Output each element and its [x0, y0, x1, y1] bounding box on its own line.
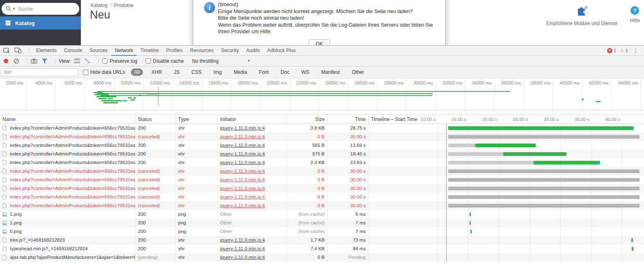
filter-pill-css[interactable]: CSS — [188, 69, 205, 76]
request-row[interactable]: 1.png200pngOther(from cache)7 ms — [0, 219, 644, 227]
initiator-link[interactable]: jquery-1.11.0.min.js:4 — [220, 151, 265, 156]
error-badge[interactable]: ✕ 1 — [607, 48, 616, 53]
filter-pill-manifest[interactable]: Manifest — [318, 69, 343, 76]
record-button[interactable] — [4, 59, 8, 63]
overview-view-icon[interactable] — [85, 59, 91, 63]
request-row[interactable]: index.php?controller=AdminProducts&token… — [0, 193, 644, 201]
column-header-name[interactable]: Name — [0, 115, 135, 123]
request-row[interactable]: ajax-tab.php?ajaxProductManufacturers=1&… — [0, 253, 644, 262]
timeline-tick-label: 15.00 s — [442, 117, 466, 122]
initiator-link[interactable]: jquery-1.11.0.min.js:4 — [220, 177, 265, 182]
cell-type: png — [176, 219, 218, 227]
help-button[interactable]: ? Hilfe — [630, 0, 640, 26]
initiator-link[interactable]: jquery-1.11.0.min.js:4 — [220, 255, 265, 260]
filter-input[interactable] — [1, 69, 78, 76]
hide-data-urls-toggle[interactable]: Hide data URLs — [83, 69, 125, 75]
initiator-link[interactable]: jquery-1.11.0.min.js:4 — [220, 169, 265, 174]
tab-profiles[interactable]: Profiles — [163, 46, 186, 56]
filter-pill-media[interactable]: Media — [230, 69, 250, 76]
cell-timeline — [369, 124, 644, 132]
column-header-time[interactable]: Time — [328, 115, 369, 123]
search-scope-caret-icon[interactable]: ▼ — [12, 7, 16, 11]
error-count: 1 — [614, 48, 616, 53]
breadcrumb-parent[interactable]: Katalog — [91, 2, 108, 8]
tab-adblock-plus[interactable]: Adblock Plus — [264, 46, 299, 56]
preserve-log-checkbox[interactable] — [102, 58, 108, 64]
initiator-link[interactable]: jquery-1.11.0.min.js:4 — [220, 186, 265, 191]
recommended-modules-button[interactable]: Empfohlene Module und Dienste — [546, 0, 618, 26]
initiator-link[interactable]: jquery-1.11.0.min.js:4 — [220, 238, 265, 242]
cell-type: xhr — [176, 124, 218, 132]
image-icon — [2, 219, 8, 227]
tab-security[interactable]: Security — [217, 46, 242, 56]
column-header-timeline[interactable]: Timeline – Start Time10.00 s15.00 s20.00… — [369, 115, 644, 123]
initiator-link[interactable]: jquery-1.11.0.min.js:4 — [220, 246, 265, 251]
warning-badge[interactable]: ⚠ 1 — [620, 48, 628, 53]
view-label: View: — [59, 58, 71, 64]
tab-sources[interactable]: Sources — [86, 46, 111, 56]
filter-pill-all[interactable]: All — [131, 69, 143, 76]
cell-status: 200 — [135, 236, 176, 244]
request-row[interactable]: index.php?controller=AdminProducts&token… — [0, 141, 644, 150]
request-name: index.php?controller=AdminProducts&token… — [10, 186, 135, 191]
inspect-element-icon[interactable] — [3, 48, 10, 54]
more-options-icon[interactable]: ⋮ — [632, 47, 640, 54]
request-row[interactable]: 1.png200pngOther(from cache)6 ms — [0, 210, 644, 219]
cell-size: 565 B — [286, 141, 328, 150]
filter-pill-xhr[interactable]: XHR — [148, 69, 165, 76]
cell-status: 200 — [135, 244, 176, 253]
cell-type: xhr — [176, 132, 218, 141]
clear-icon[interactable] — [14, 58, 19, 64]
request-row[interactable]: index.php?controller=AdminProducts&token… — [0, 124, 644, 132]
sidebar-item-katalog[interactable]: Katalog — [0, 16, 81, 30]
tab-console[interactable]: Console — [60, 46, 86, 56]
tab-elements[interactable]: Elements — [32, 46, 60, 56]
admin-searchbox[interactable]: ▼ — [2, 3, 79, 15]
initiator-link[interactable]: jquery-1.11.0.min.js:4 — [220, 194, 265, 199]
request-row[interactable]: 0.png200pngOther(from cache)7 ms — [0, 227, 644, 236]
search-input[interactable] — [18, 6, 75, 12]
request-row[interactable]: index.php?controller=AdminProducts&token… — [0, 184, 644, 193]
timeline-tick-label: 10.00 s — [411, 117, 435, 122]
screenshot-capture-icon[interactable] — [31, 58, 37, 64]
tab-timeline[interactable]: Timeline — [137, 46, 163, 56]
initiator-link[interactable]: jquery-1.11.0.min.js:4 — [220, 203, 265, 208]
initiator-link[interactable]: jquery-1.11.0.min.js:4 — [220, 143, 265, 148]
tab-resources[interactable]: Resources — [186, 46, 217, 56]
request-row[interactable]: index.php?controller=AdminProducts&token… — [0, 132, 644, 141]
request-row[interactable]: tree.js?_=1459168212823200xhrjquery-1.11… — [0, 236, 644, 244]
device-toolbar-icon[interactable] — [14, 48, 21, 53]
help-icon: ? — [630, 6, 639, 15]
column-header-type[interactable]: Type — [176, 115, 218, 123]
request-row[interactable]: index.php?controller=AdminProducts&token… — [0, 201, 644, 210]
network-overview[interactable]: 2000 ms4000 ms6000 ms8000 ms10000 ms1200… — [0, 78, 644, 110]
filter-pill-js[interactable]: JS — [170, 69, 183, 76]
filter-pill-doc[interactable]: Doc — [277, 69, 293, 76]
disable-cache-checkbox[interactable] — [146, 58, 151, 64]
initiator-link[interactable]: jquery-1.11.0.min.js:4 — [220, 160, 265, 165]
column-header-initiator[interactable]: Initiator — [218, 115, 286, 123]
throttling-select[interactable]: No throttling ▼ — [192, 58, 250, 64]
tab-audits[interactable]: Audits — [243, 46, 264, 56]
cell-name: index.php?controller=AdminProducts&token… — [0, 193, 135, 201]
preserve-log-toggle[interactable]: Preserve log — [102, 58, 137, 64]
filter-pill-img[interactable]: Img — [210, 69, 225, 76]
column-header-status[interactable]: Status — [135, 115, 176, 123]
request-row[interactable]: index.php?controller=AdminProducts&token… — [0, 150, 644, 158]
request-row[interactable]: index.php?controller=AdminProducts&token… — [0, 167, 644, 176]
initiator-link[interactable]: jquery-1.11.0.min.js:4 — [220, 134, 265, 139]
filter-pill-font[interactable]: Font — [256, 69, 272, 76]
filter-pill-other[interactable]: Other — [348, 69, 367, 76]
disable-cache-toggle[interactable]: Disable cache — [146, 58, 184, 64]
filter-funnel-icon[interactable] — [42, 59, 47, 64]
request-row[interactable]: index.php?controller=AdminProducts&token… — [0, 158, 644, 167]
breadcrumb-current[interactable]: Produkte — [114, 2, 133, 8]
list-view-icon[interactable] — [74, 59, 80, 63]
initiator-link[interactable]: jquery-1.11.0.min.js:4 — [220, 126, 265, 130]
tab-network[interactable]: Network — [111, 46, 137, 56]
request-row[interactable]: index.php?controller=AdminProducts&token… — [0, 176, 644, 184]
filter-pill-ws[interactable]: WS — [298, 69, 312, 76]
column-header-size[interactable]: Size — [286, 115, 328, 123]
request-row[interactable]: typeahead.min.js?_=1459168212824200xhrjq… — [0, 244, 644, 253]
hide-data-urls-checkbox[interactable] — [83, 70, 88, 75]
